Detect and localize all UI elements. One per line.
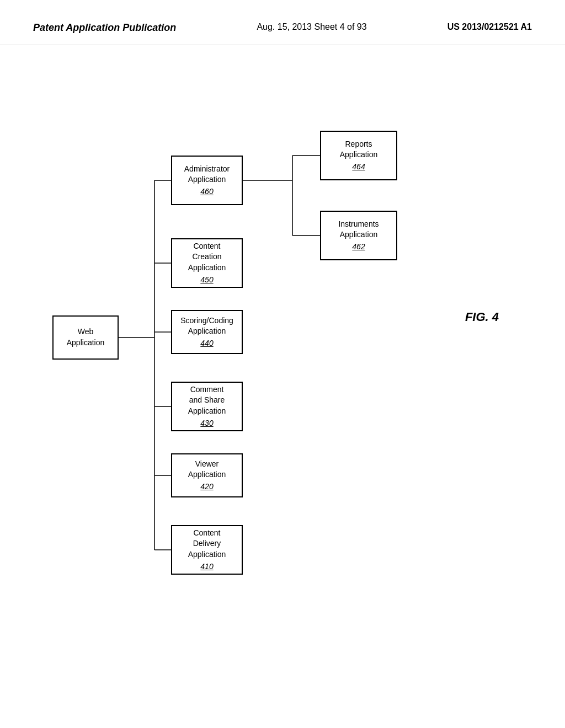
content-creation-box: ContentCreationApplication 450	[171, 238, 243, 288]
comment-share-box: Commentand ShareApplication 430	[171, 382, 243, 431]
viewer-label: ViewerApplication	[188, 459, 226, 480]
scoring-coding-num: 440	[200, 338, 213, 349]
web-application-label: WebApplication	[67, 326, 105, 348]
instruments-label: InstrumentsApplication	[338, 219, 379, 240]
administrator-box: AdministratorApplication 460	[171, 156, 243, 205]
scoring-coding-box: Scoring/CodingApplication 440	[171, 310, 243, 354]
reports-box: ReportsApplication 464	[320, 131, 397, 180]
header-patent-number: US 2013/0212521 A1	[447, 22, 532, 32]
page-header: Patent Application Publication Aug. 15, …	[0, 0, 565, 45]
web-application-box: WebApplication	[52, 315, 119, 360]
content-delivery-label: ContentDeliveryApplication	[188, 528, 226, 560]
header-publication-type: Patent Application Publication	[33, 22, 176, 34]
viewer-box: ViewerApplication 420	[171, 453, 243, 497]
comment-share-num: 430	[200, 418, 213, 429]
content-creation-label: ContentCreationApplication	[188, 241, 226, 274]
administrator-label: AdministratorApplication	[184, 164, 230, 185]
reports-label: ReportsApplication	[340, 139, 378, 160]
figure-label: FIG. 4	[465, 310, 499, 324]
scoring-coding-label: Scoring/CodingApplication	[180, 315, 233, 337]
comment-share-label: Commentand ShareApplication	[188, 384, 226, 417]
instruments-num: 462	[352, 242, 365, 253]
reports-num: 464	[352, 162, 365, 173]
diagram-area: WebApplication ContentDeliveryApplicatio…	[0, 45, 565, 707]
content-delivery-num: 410	[200, 561, 213, 572]
viewer-num: 420	[200, 481, 213, 493]
connector-lines	[0, 45, 565, 707]
administrator-num: 460	[200, 186, 213, 197]
instruments-box: InstrumentsApplication 462	[320, 211, 397, 260]
content-creation-num: 450	[200, 275, 213, 286]
header-date-sheet: Aug. 15, 2013 Sheet 4 of 93	[257, 22, 366, 32]
content-delivery-box: ContentDeliveryApplication 410	[171, 525, 243, 575]
